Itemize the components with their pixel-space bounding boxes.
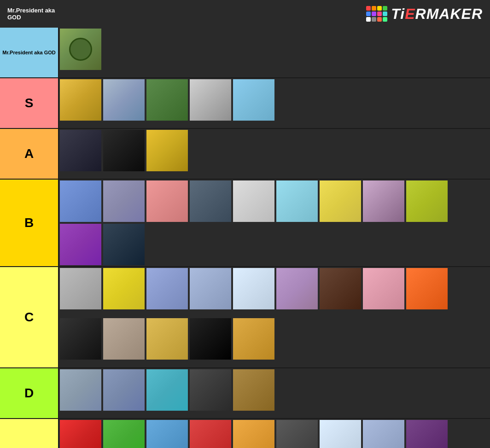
logo-cell: [377, 17, 382, 22]
list-item: [406, 420, 448, 448]
header: Mr.President aka GOD TiERMAKER: [0, 0, 490, 28]
list-item: [146, 180, 188, 222]
list-item: [103, 79, 145, 121]
list-item: [190, 268, 231, 309]
list-item: [60, 79, 101, 121]
logo-cell: [372, 6, 376, 11]
tier-content-god: [58, 28, 490, 77]
tier-label-s: S: [0, 78, 58, 128]
tier-label-d: D: [0, 368, 58, 418]
logo-cell: [377, 6, 382, 11]
tier-row-god: Mr.President aka GOD: [0, 28, 490, 78]
list-item: [276, 420, 318, 448]
list-item: [60, 224, 101, 265]
list-item: [406, 180, 448, 222]
list-item: [190, 420, 231, 448]
list-item: [233, 318, 274, 360]
tier-label-reskins: Re skins: [0, 419, 58, 448]
tier-content-c: [58, 267, 490, 367]
list-item: [190, 318, 231, 360]
list-item: [363, 268, 404, 309]
list-item: [103, 224, 145, 265]
list-item: [320, 420, 361, 448]
list-item: [233, 268, 274, 309]
tier-label-a: A: [0, 129, 58, 179]
tier-label-c: C: [0, 267, 58, 367]
list-item: [146, 369, 188, 411]
tier-row-d: D: [0, 368, 490, 419]
logo-cell: [366, 17, 371, 22]
tier-content-a: [58, 129, 490, 179]
list-item: [60, 420, 101, 448]
logo-cell: [372, 17, 376, 22]
list-item: [103, 268, 145, 309]
logo-cell: [366, 6, 371, 11]
tiermaker-logo-text: TiERMAKER: [391, 6, 483, 23]
list-item: [363, 180, 404, 222]
list-item: [320, 180, 361, 222]
tier-content-reskins: [58, 419, 490, 448]
list-item: [233, 369, 274, 411]
tiermaker-logo: TiERMAKER: [366, 6, 483, 23]
list-item: [190, 369, 231, 411]
logo-cell: [372, 12, 376, 16]
list-item: [276, 268, 318, 309]
list-item: [320, 268, 361, 309]
list-item: [60, 29, 101, 70]
list-item: [233, 420, 274, 448]
list-item: [60, 268, 101, 309]
tier-row-b: B: [0, 180, 490, 267]
list-item: [146, 130, 188, 171]
list-item: [190, 180, 231, 222]
header-title: Mr.President aka GOD: [7, 7, 63, 21]
tier-row-c: C: [0, 267, 490, 368]
list-item: [103, 180, 145, 222]
list-item: [103, 420, 145, 448]
list-item: [190, 79, 231, 121]
logo-cell: [383, 12, 387, 16]
logo-cell: [366, 12, 371, 16]
list-item: [146, 79, 188, 121]
logo-grid-icon: [366, 6, 387, 22]
list-item: [146, 420, 188, 448]
app-container: Mr.President aka GOD TiERMAKER: [0, 0, 490, 448]
list-item: [233, 79, 274, 121]
logo-cell: [377, 12, 382, 16]
tier-list: Mr.President aka GOD S: [0, 28, 490, 448]
list-item: [60, 130, 101, 171]
tier-content-s: [58, 78, 490, 128]
list-item: [60, 180, 101, 222]
list-item: [406, 268, 448, 309]
list-item: [103, 369, 145, 411]
logo-cell: [383, 6, 387, 11]
tier-row-reskins: Re skins: [0, 419, 490, 448]
list-item: [103, 130, 145, 171]
tier-row-a: A: [0, 129, 490, 180]
list-item: [146, 318, 188, 360]
list-item: [363, 420, 404, 448]
list-item: [276, 180, 318, 222]
logo-cell: [383, 17, 387, 22]
list-item: [233, 180, 274, 222]
tier-row-s: S: [0, 78, 490, 129]
tier-label-god: Mr.President aka GOD: [0, 28, 58, 77]
list-item: [60, 318, 101, 360]
list-item: [103, 318, 145, 360]
tier-label-b: B: [0, 180, 58, 266]
tier-content-d: [58, 368, 490, 418]
list-item: [146, 268, 188, 309]
list-item: [60, 369, 101, 411]
tier-content-b: [58, 180, 490, 266]
